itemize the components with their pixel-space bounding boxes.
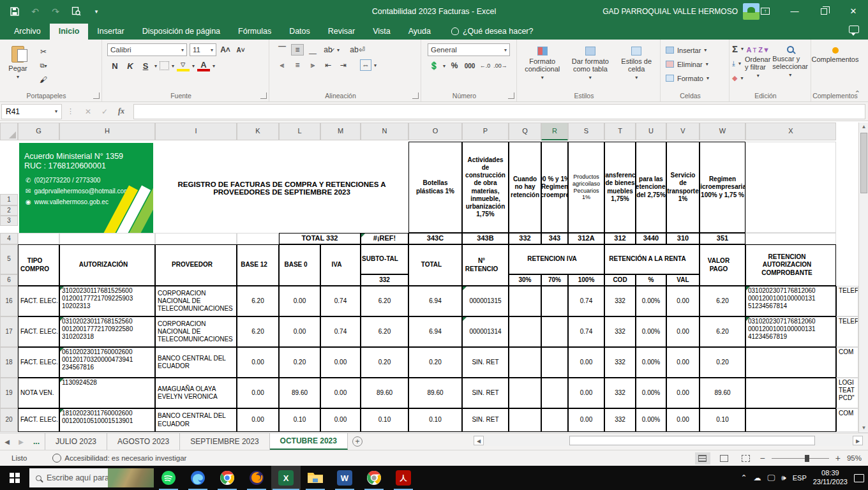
filter-header-W[interactable]: VALOR PAGO	[700, 244, 745, 286]
taskbar-excel-icon[interactable]: X	[271, 466, 301, 490]
cell-base12[interactable]: 6.20	[237, 316, 279, 347]
cell-total[interactable]: 6.94	[408, 286, 462, 316]
conditional-formatting-button[interactable]: Formato condicional▾	[522, 43, 562, 80]
cell-ret100[interactable]: 0.74	[568, 286, 604, 316]
autosum-icon[interactable]: Σ▾	[732, 42, 744, 56]
sheet-tab-list-button[interactable]: ...	[28, 433, 45, 450]
cell-autorizacion[interactable]: 31020230117681525600 0120017772170922590…	[59, 286, 155, 316]
cell-ret70[interactable]	[541, 408, 568, 432]
cell-base0[interactable]: 0.20	[279, 347, 320, 378]
cell-base0[interactable]: 0.10	[279, 408, 320, 432]
cell-subtotal[interactable]: 6.20	[361, 316, 408, 347]
filter-header-L[interactable]: BASE 0	[279, 244, 320, 286]
taskbar-acrobat-icon[interactable]: 人	[389, 466, 418, 490]
tax-header-R[interactable]: 100 % y 1%.- Regimen microempresa	[541, 142, 568, 233]
cell-tipo[interactable]: FACT. ELEC.	[18, 347, 59, 378]
tax-code-V[interactable]: 310	[666, 233, 700, 244]
cell-overflow-next-col[interactable]: COM	[836, 347, 858, 378]
cell-iva[interactable]: 0.00	[320, 408, 361, 432]
cell-proveedor[interactable]: CORPORACION NACIONAL DE TELECOMUNICACION…	[155, 316, 237, 347]
taskbar-explorer-icon[interactable]	[301, 466, 330, 490]
column-header-G[interactable]: G	[18, 122, 59, 140]
align-top-icon[interactable]: ⎺	[276, 44, 288, 56]
subheader-iva-R[interactable]: 70%	[541, 274, 568, 286]
row-header-16[interactable]: 16	[0, 286, 18, 316]
align-left-icon[interactable]: ⫷	[276, 59, 288, 71]
cell-total[interactable]: 0.10	[408, 408, 462, 432]
filter-header-P[interactable]: N° RETENCIO	[462, 244, 509, 286]
number-dialog-launcher[interactable]	[508, 93, 514, 99]
row-header-4[interactable]: 4	[0, 233, 18, 244]
cell-K4[interactable]	[237, 233, 279, 244]
cell-val[interactable]: 0.00	[666, 378, 700, 408]
cell-ret30[interactable]	[509, 408, 541, 432]
cell-cod[interactable]: 332	[604, 378, 636, 408]
clipboard-dialog-launcher[interactable]	[93, 93, 100, 99]
tax-header-P[interactable]: Actividades de construcción de obra mate…	[462, 142, 509, 233]
cell-val[interactable]: 0.00	[666, 286, 700, 316]
tab-inicio[interactable]: Inicio	[50, 24, 89, 40]
orientation-icon[interactable]: ab̷	[322, 44, 334, 56]
cell-X4[interactable]	[745, 233, 836, 244]
cell-ret30[interactable]	[509, 286, 541, 316]
format-cells-button[interactable]: Formato▾	[666, 71, 724, 85]
cell-iva[interactable]: 0.74	[320, 286, 361, 316]
cell-num-retencion[interactable]: 000001315	[462, 286, 509, 316]
subheader-renta-U[interactable]: %	[636, 274, 666, 286]
cell-retencion-autorizacion[interactable]	[745, 347, 836, 378]
cell-val[interactable]: 0.00	[666, 408, 700, 432]
tray-volume-icon[interactable]: 🕪	[781, 473, 786, 482]
cell-ret70[interactable]	[541, 316, 568, 347]
zoom-out-icon[interactable]: −	[760, 453, 765, 463]
accounting-format-icon[interactable]: 💲	[428, 60, 440, 71]
grow-font-icon[interactable]: A˄	[219, 44, 232, 56]
row-header-2[interactable]: 2	[0, 205, 18, 216]
column-header-T[interactable]: T	[604, 122, 636, 140]
cell-pct[interactable]: 0.00%	[636, 408, 666, 432]
column-header-H[interactable]: H	[59, 122, 155, 140]
tab-insertar[interactable]: Insertar	[88, 24, 133, 40]
insert-cells-button[interactable]: Insertar▾	[666, 43, 724, 57]
column-header-R[interactable]: R	[541, 122, 568, 140]
cell-proveedor[interactable]: BANCO CENTRAL DEL ECUADOR	[155, 347, 237, 378]
wrap-text-icon[interactable]: ab⏎	[351, 44, 364, 56]
cell-pct[interactable]: 0.00%	[636, 316, 666, 347]
cell-overflow-next-col[interactable]: LOGI TEAT PCD"	[836, 378, 858, 408]
cell-num-retencion[interactable]: 000001314	[462, 316, 509, 347]
cell-iva[interactable]: 0.00	[320, 378, 361, 408]
merge-center-icon[interactable]: ⇔	[360, 59, 371, 71]
page-layout-view-icon[interactable]	[717, 452, 732, 464]
taskbar-edge-icon[interactable]	[183, 466, 213, 490]
tray-language[interactable]: ESP	[793, 474, 807, 482]
borders-icon[interactable]	[160, 61, 169, 70]
row-header-17[interactable]: 17	[0, 316, 18, 347]
cell-num-retencion[interactable]: SIN. RET	[462, 408, 509, 432]
font-size-combo[interactable]: 11▾	[190, 43, 216, 56]
column-header-U[interactable]: U	[636, 122, 666, 140]
cell-iva[interactable]: 0.74	[320, 316, 361, 347]
scroll-down-icon[interactable]: ▼	[860, 424, 868, 433]
redo-icon[interactable]: ↷	[50, 6, 61, 17]
cell-valor-pago[interactable]: 89.60	[700, 378, 745, 408]
sort-filter-button[interactable]: A꓄Z▼ Ordenar y filtrar▾	[745, 42, 771, 85]
cell-base12[interactable]: 0.00	[237, 347, 279, 378]
fill-icon[interactable]: ⤓▾	[732, 57, 744, 70]
cell-cod[interactable]: 332	[604, 347, 636, 378]
cell-subtotal[interactable]: 0.10	[361, 408, 408, 432]
cell-valor-pago[interactable]: 0.10	[700, 408, 745, 432]
column-header-K[interactable]: K	[237, 122, 279, 140]
zoom-in-icon[interactable]: +	[835, 453, 841, 463]
format-as-table-button[interactable]: Dar formato como tabla▾	[566, 43, 614, 80]
addins-button[interactable]: Complementos	[811, 40, 859, 63]
collapse-ribbon-icon[interactable]: ⌃	[855, 89, 860, 98]
cell-ref-error[interactable]: #¡REF!	[361, 233, 408, 244]
tax-code-O[interactable]: 343C	[408, 233, 462, 244]
action-center-icon[interactable]	[854, 474, 864, 482]
tab-disposicion[interactable]: Disposición de página	[133, 24, 229, 40]
cell-cod[interactable]: 332	[604, 286, 636, 316]
tax-header-O[interactable]: Botellas plásticas 1%	[408, 142, 462, 233]
cell-val[interactable]: 0.00	[666, 347, 700, 378]
cell-ret30[interactable]	[509, 378, 541, 408]
comma-style-icon[interactable]: 000	[463, 60, 476, 71]
taskbar-search[interactable]: Escribe aquí para buscar	[29, 468, 154, 487]
